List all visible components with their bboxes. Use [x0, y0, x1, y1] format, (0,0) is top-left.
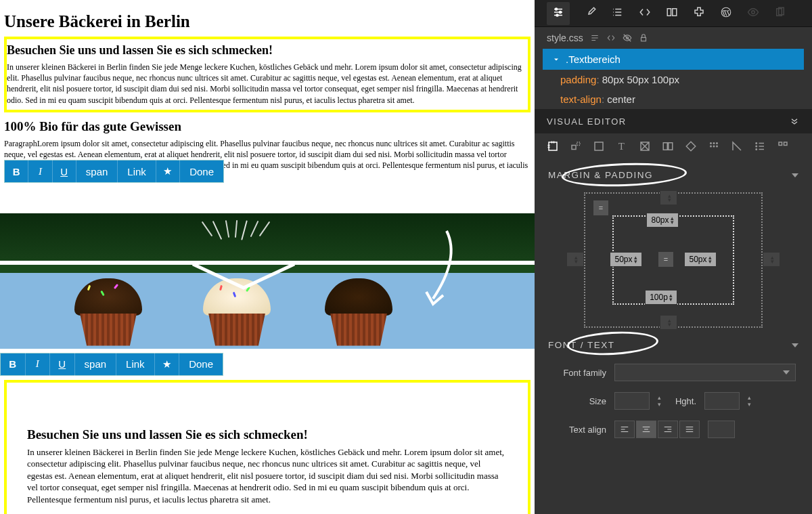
- underline-button[interactable]: U: [50, 353, 75, 376]
- list-bullet-icon[interactable]: [754, 140, 766, 155]
- css-rule-textalign[interactable]: text-align: center: [543, 89, 804, 109]
- annotation-chevron: [189, 261, 298, 295]
- editor-canvas: Unsere Bäckerei in Berlin Besuchen Sie u…: [0, 0, 535, 514]
- star-button[interactable]: ★: [155, 353, 180, 376]
- done-button[interactable]: Done: [179, 353, 223, 376]
- span-button[interactable]: span: [75, 353, 117, 376]
- subheading-2[interactable]: 100% Bio für das gute Gewissen: [4, 119, 531, 134]
- svg-point-23: [716, 146, 718, 148]
- line-height-input[interactable]: [704, 392, 740, 410]
- body-text-3[interactable]: In unserer kleinen Bäckerei in Berlin fi…: [27, 446, 508, 506]
- dots-icon[interactable]: [708, 140, 720, 155]
- puzzle-icon[interactable]: [693, 6, 705, 21]
- margin-link-toggle[interactable]: =: [593, 200, 608, 215]
- star-button[interactable]: ★: [156, 160, 180, 183]
- svg-point-22: [713, 146, 715, 148]
- textbereich-highlight-2[interactable]: Besuchen Sie uns und lassen Sie es sich …: [4, 380, 531, 515]
- columns-icon[interactable]: [662, 140, 674, 155]
- page-title: Unsere Bäckerei in Berlin: [4, 12, 535, 31]
- eye-off-icon[interactable]: [623, 33, 632, 43]
- css-rule-padding[interactable]: padding: 80px 50px 100px: [543, 70, 804, 89]
- code-small-icon[interactable]: [606, 33, 616, 43]
- font-size-input[interactable]: [614, 392, 650, 410]
- svg-rect-12: [572, 146, 576, 150]
- subheading-1[interactable]: Besuchen Sie uns und lassen Sie es sich …: [7, 43, 528, 58]
- visual-editor-header[interactable]: VISUAL EDITOR: [535, 109, 812, 133]
- lock-icon[interactable]: [639, 33, 648, 43]
- underline-button[interactable]: U: [53, 160, 76, 183]
- subheading-3[interactable]: Besuchen Sie uns und lassen Sie es sich …: [27, 427, 508, 442]
- angle-icon[interactable]: [731, 140, 743, 155]
- brush-icon[interactable]: [585, 6, 597, 21]
- chevron-down-icon: [792, 343, 798, 347]
- svg-rect-14: [595, 142, 603, 150]
- annotation-arrow: [413, 224, 467, 312]
- body-text-1[interactable]: In unserer kleinen Bäckerei in Berlin fi…: [7, 62, 528, 106]
- svg-rect-3: [667, 8, 671, 16]
- align-right-button[interactable]: [658, 421, 678, 438]
- bold-button[interactable]: B: [1, 353, 26, 376]
- sliders-icon[interactable]: [547, 2, 570, 25]
- svg-text:T: T: [618, 141, 625, 152]
- svg-point-21: [710, 146, 712, 148]
- more-icon[interactable]: [777, 140, 789, 155]
- code-icon[interactable]: [639, 6, 651, 21]
- link-button[interactable]: Link: [116, 353, 155, 376]
- top-icon-bar: [535, 0, 812, 27]
- position-icon[interactable]: [570, 140, 582, 155]
- margin-bottom-input[interactable]: ▴▾: [660, 315, 677, 330]
- margin-left-input[interactable]: ▴▾: [566, 252, 584, 267]
- margin-right-input[interactable]: ▴▾: [763, 252, 780, 267]
- inspector-sidebar: style.css .Textbereich padding: 80px 50p…: [535, 0, 812, 514]
- font-text-header[interactable]: FONT / TEXT: [535, 332, 812, 358]
- font-family-select[interactable]: [614, 364, 796, 381]
- svg-point-24: [756, 143, 757, 144]
- grid-icon[interactable]: [639, 140, 651, 155]
- wordpress-icon[interactable]: [720, 6, 732, 21]
- italic-button[interactable]: I: [28, 160, 52, 183]
- list-icon[interactable]: [612, 6, 624, 21]
- svg-point-18: [710, 142, 712, 144]
- border-icon[interactable]: [593, 140, 605, 155]
- margin-padding-header[interactable]: MARGIN & PADDING: [535, 162, 812, 188]
- align-center-button[interactable]: [636, 421, 656, 438]
- chevron-down-icon: [792, 173, 798, 177]
- svg-point-19: [713, 142, 715, 144]
- font-family-row: Font family: [535, 358, 812, 387]
- collapse-icon[interactable]: [789, 116, 800, 127]
- stylesheet-row[interactable]: style.css: [535, 27, 812, 49]
- link-button[interactable]: Link: [118, 160, 156, 183]
- align-extra-input[interactable]: [708, 421, 735, 438]
- content-image[interactable]: [0, 213, 535, 349]
- align-left-button[interactable]: [614, 421, 635, 438]
- box-model-editor: = = ▴▾ ▴▾ ▴▾ ▴▾ 80px▴▾ 50px▴▾ 50px▴▾ 100…: [572, 192, 775, 328]
- svg-point-26: [756, 149, 757, 150]
- chevron-down-icon: [552, 56, 560, 64]
- stylesheet-name: style.css: [547, 33, 583, 43]
- padding-top-input[interactable]: 80px▴▾: [646, 213, 679, 228]
- padding-bottom-input[interactable]: 100p▴▾: [645, 290, 677, 305]
- margin-top-input[interactable]: ▴▾: [660, 190, 677, 205]
- svg-point-2: [556, 14, 558, 16]
- textbereich-highlight-1[interactable]: Besuchen Sie uns und lassen Sie es sich …: [4, 37, 531, 112]
- folder-icon[interactable]: [666, 6, 678, 21]
- padding-left-input[interactable]: 50px▴▾: [610, 252, 642, 267]
- text-icon[interactable]: T: [616, 140, 628, 155]
- svg-rect-4: [673, 8, 677, 16]
- italic-button[interactable]: I: [26, 353, 51, 376]
- eye-icon[interactable]: [747, 6, 759, 21]
- padding-right-input[interactable]: 50px▴▾: [684, 252, 717, 267]
- copy-icon[interactable]: [774, 6, 786, 21]
- done-button[interactable]: Done: [180, 160, 223, 183]
- padding-link-toggle[interactable]: =: [658, 252, 673, 267]
- list-lines-icon[interactable]: [590, 33, 600, 43]
- css-selector[interactable]: .Textbereich: [543, 49, 804, 70]
- svg-rect-27: [779, 142, 782, 146]
- svg-point-0: [556, 8, 558, 10]
- align-justify-button[interactable]: [679, 421, 700, 438]
- span-button[interactable]: span: [76, 160, 118, 183]
- bold-button[interactable]: B: [5, 160, 28, 183]
- layout-icon[interactable]: [547, 140, 559, 155]
- diamond-icon[interactable]: [685, 140, 697, 155]
- tool-icon-row: T: [535, 133, 812, 162]
